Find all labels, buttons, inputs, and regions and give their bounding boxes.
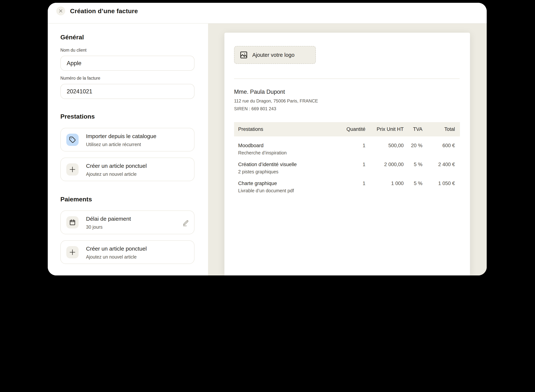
col-header-quantite: Quantité (336, 126, 365, 132)
card-subtitle: Ajoutez un nouvel article (86, 254, 137, 259)
pencil-icon (182, 220, 189, 226)
row-item: Création d’identité visuelle 2 pistes gr… (238, 162, 336, 174)
close-icon (58, 9, 63, 13)
add-logo-button[interactable]: Ajouter votre logo (234, 46, 316, 64)
card-title: Délai de paiement (86, 216, 131, 222)
item-subtitle: 2 pistes graphiques (238, 169, 336, 174)
divider (234, 79, 459, 79)
client-name-label: Nom du client (60, 48, 87, 52)
item-subtitle: Livrable d’un document pdf (238, 188, 336, 193)
close-button[interactable] (56, 6, 65, 15)
invoice-number-input[interactable] (60, 84, 194, 99)
item-total: 600 € (422, 143, 455, 149)
client-siren: SIREN : 669 801 243 (234, 106, 276, 111)
section-heading-prestations: Prestations (60, 113, 95, 120)
card-title: Importer depuis le catalogue (86, 133, 156, 139)
col-header-total: Total (422, 126, 455, 132)
row-item: Charte graphique Livrable d’un document … (238, 180, 336, 193)
edit-payment-delay-button[interactable] (182, 219, 189, 227)
client-address: 112 rue du Dragon, 75006 Paris, FRANCE (234, 98, 318, 103)
item-total: 2 400 € (422, 162, 455, 168)
add-logo-label: Ajouter votre logo (252, 52, 294, 58)
client-name-input[interactable] (60, 56, 194, 71)
item-tva: 20 % (404, 143, 422, 149)
calendar-icon (66, 216, 79, 229)
item-unit-price: 1 000 (365, 180, 404, 186)
item-tva: 5 % (404, 162, 422, 168)
item-subtitle: Recherche d’inspiration (238, 150, 336, 155)
create-one-off-item-card-2[interactable]: Créer un article ponctuel Ajoutez un nou… (60, 240, 194, 264)
card-title: Créer un article ponctuel (86, 163, 147, 169)
import-from-catalog-card[interactable]: Importer depuis le catalogue Utilisez un… (60, 128, 194, 151)
invoice-creation-modal: Création d’une facture Général Nom du cl… (48, 3, 487, 275)
item-unit-price: 2 000,00 (365, 162, 404, 168)
col-header-prestations: Prestations (238, 126, 336, 132)
item-title: Moodboard (238, 143, 336, 149)
plus-icon (66, 163, 79, 176)
card-subtitle: Utilisez un article récurrent (86, 142, 141, 147)
invoice-paper: Ajouter votre logo Mme. Paula Dupont 112… (224, 33, 470, 275)
page-title: Création d’une facture (70, 8, 138, 14)
row-item: Moodboard Recherche d’inspiration (238, 143, 336, 155)
invoice-form-panel: Général Nom du client Numéro de la factu… (48, 23, 208, 275)
invoice-preview-panel: Ajouter votre logo Mme. Paula Dupont 112… (208, 23, 487, 275)
prestations-table: Prestations Quantité Prix Unit HT TVA To… (234, 122, 460, 193)
table-row: Charte graphique Livrable d’un document … (234, 174, 460, 193)
col-header-tva: TVA (404, 126, 422, 132)
tag-icon (66, 134, 79, 146)
table-row: Moodboard Recherche d’inspiration 1 500,… (234, 136, 460, 155)
client-name: Mme. Paula Dupont (234, 89, 285, 95)
image-icon (240, 51, 248, 59)
col-header-prix-unit-ht: Prix Unit HT (365, 126, 404, 132)
invoice-number-label: Numéro de la facture (60, 76, 100, 80)
screen: { "modal": { "title": "Création d’une fa… (0, 0, 535, 392)
card-title: Créer un article ponctuel (86, 246, 147, 252)
card-subtitle: 30 jours (86, 224, 103, 229)
item-unit-price: 500,00 (365, 143, 404, 149)
item-qty: 1 (336, 143, 365, 149)
table-header-row: Prestations Quantité Prix Unit HT TVA To… (234, 122, 460, 136)
card-subtitle: Ajoutez un nouvel article (86, 172, 137, 177)
modal-header: Création d’une facture (48, 3, 487, 23)
item-title: Charte graphique (238, 180, 336, 186)
item-qty: 1 (336, 162, 365, 168)
create-one-off-item-card[interactable]: Créer un article ponctuel Ajoutez un nou… (60, 158, 194, 181)
section-heading-general: Général (60, 34, 84, 40)
item-tva: 5 % (404, 180, 422, 186)
plus-icon (66, 246, 79, 258)
item-qty: 1 (336, 180, 365, 186)
item-total: 1 050 € (422, 180, 455, 186)
item-title: Création d’identité visuelle (238, 162, 336, 168)
table-row: Création d’identité visuelle 2 pistes gr… (234, 155, 460, 174)
section-heading-paiements: Paiements (60, 196, 92, 202)
payment-delay-card[interactable]: Délai de paiement 30 jours (60, 210, 194, 234)
